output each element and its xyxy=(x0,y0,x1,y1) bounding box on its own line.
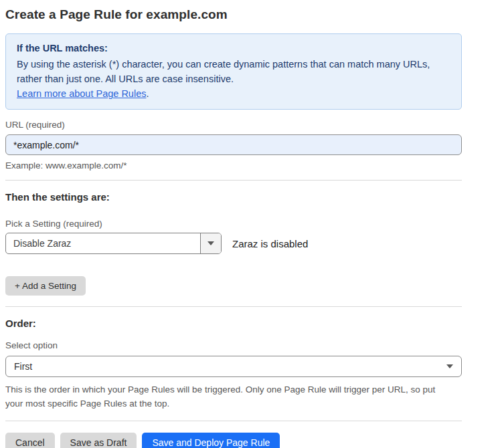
cancel-button[interactable]: Cancel xyxy=(5,433,55,448)
setting-dropdown-arrow-button[interactable] xyxy=(200,233,221,253)
caret-down-icon xyxy=(446,364,453,368)
setting-dropdown[interactable]: Disable Zaraz xyxy=(5,233,222,254)
info-box-heading: If the URL matches: xyxy=(17,41,450,55)
order-select-label: Select option xyxy=(5,340,462,350)
caret-down-icon xyxy=(207,241,214,245)
url-example-text: Example: www.example.com/* xyxy=(5,160,462,171)
url-input[interactable] xyxy=(5,134,462,155)
add-setting-button[interactable]: + Add a Setting xyxy=(5,276,86,296)
info-box-link-line: Learn more about Page Rules. xyxy=(17,86,450,101)
link-period: . xyxy=(146,88,149,99)
page-rule-form: Create a Page Rule for example.com If th… xyxy=(5,0,462,448)
order-select[interactable]: First xyxy=(5,356,462,377)
order-section-heading: Order: xyxy=(5,318,462,329)
url-field-label: URL (required) xyxy=(5,120,462,130)
save-and-deploy-button[interactable]: Save and Deploy Page Rule xyxy=(142,433,280,448)
info-box-body: By using the asterisk (*) character, you… xyxy=(17,57,450,86)
divider xyxy=(5,180,462,181)
setting-picker-label: Pick a Setting (required) xyxy=(5,219,462,229)
form-actions: Cancel Save as Draft Save and Deploy Pag… xyxy=(5,433,462,448)
learn-more-link[interactable]: Learn more about Page Rules xyxy=(17,88,146,99)
url-match-info-box: If the URL matches: By using the asteris… xyxy=(5,33,462,110)
order-description: This is the order in which your Page Rul… xyxy=(5,382,454,411)
divider xyxy=(5,306,462,307)
setting-picker-row: Disable Zaraz Zaraz is disabled xyxy=(5,233,462,254)
save-as-draft-button[interactable]: Save as Draft xyxy=(60,433,137,448)
setting-status-text: Zaraz is disabled xyxy=(232,238,308,249)
divider xyxy=(5,421,462,421)
page-title: Create a Page Rule for example.com xyxy=(5,7,462,22)
setting-dropdown-value: Disable Zaraz xyxy=(6,233,200,253)
settings-section-heading: Then the settings are: xyxy=(5,191,462,203)
order-select-value: First xyxy=(14,361,32,372)
